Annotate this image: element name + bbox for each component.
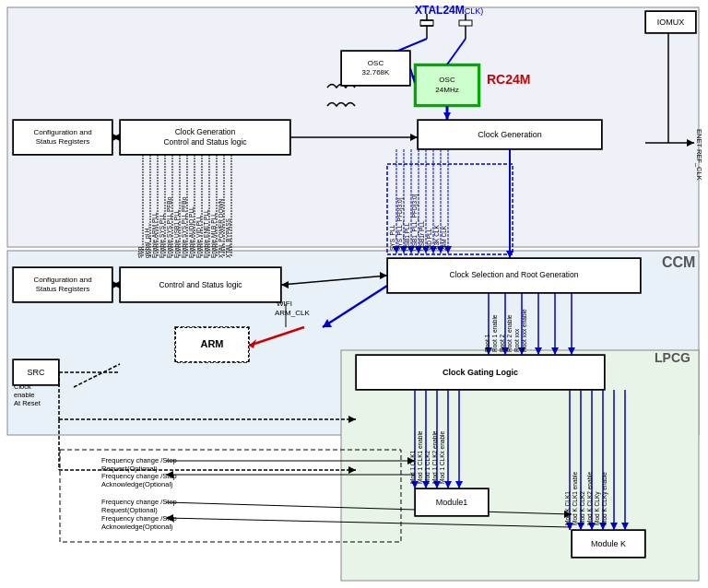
- freq-stop2-ack-label: Frequency change /StopAcknowledge(Option…: [101, 514, 177, 531]
- rc24m-label: RC24M: [487, 72, 530, 87]
- svg-line-127: [166, 518, 572, 527]
- svg-marker-41: [380, 272, 387, 279]
- clock-selection-label: Clock Selection and Root Generation: [450, 270, 579, 280]
- modk-signal-labels: Mod K CLK1 Mod K CLK1 enable Mod K CLK2 …: [564, 392, 608, 525]
- clock-selection-box: Clock Selection and Root Generation: [387, 258, 641, 293]
- ccm-label: CCM: [662, 254, 695, 271]
- root-signal-labels: Root 1 Root 1 enable Root 2 Root 2 enabl…: [484, 297, 527, 352]
- svg-marker-86: [535, 347, 542, 355]
- pll-signal-labels: stop global_pl H... Enable ARM PLL Enabl…: [136, 157, 231, 258]
- wifi-label: WIFI: [277, 300, 292, 308]
- svg-marker-116: [348, 466, 356, 474]
- clock-gating-label: Clock Gating Logic: [442, 368, 518, 378]
- arm-box: ARM: [175, 327, 249, 362]
- svg-marker-37: [112, 281, 120, 288]
- svg-marker-97: [444, 481, 452, 488]
- svg-line-74: [323, 286, 387, 327]
- svg-line-118: [74, 364, 120, 387]
- mod1-signal-labels: Mod 1 CLK1 Mod 1 CLK1 enable Mod 1 CLK2 …: [409, 392, 445, 484]
- svg-marker-36: [112, 281, 120, 288]
- svg-marker-120: [687, 139, 694, 147]
- rc24m-text: RC24M: [487, 72, 530, 87]
- svg-rect-19: [420, 20, 433, 26]
- enet-ref-clk-label: ENET REF_CLK: [695, 129, 703, 181]
- osc-32-label: OSC32.768K: [362, 59, 390, 78]
- svg-line-25: [447, 39, 466, 65]
- osc-32-box: OSC32.768K: [341, 51, 410, 86]
- clock-generation-box: Clock Generation: [418, 120, 602, 149]
- svg-marker-73: [249, 339, 256, 348]
- svg-line-40: [281, 276, 387, 285]
- iomux-label: IOMUX: [657, 18, 685, 28]
- svg-marker-34: [112, 134, 120, 141]
- src-label: SRC: [27, 368, 44, 378]
- svg-rect-23: [459, 20, 472, 26]
- svg-line-72: [249, 327, 304, 346]
- clock-output-labels: SYS_PLL SYS_PLL_PFD[3:0] USB1 PLL USB1_P…: [389, 168, 447, 251]
- xtal24m-text: XTAL24M: [415, 4, 465, 17]
- svg-line-126: [166, 502, 572, 514]
- config-reg1-box: Configuration andStatus Registers: [13, 120, 112, 155]
- control-status-label: Control and Status logic: [159, 280, 242, 289]
- clock-gen-control-box: Clock GenerationControl and Status logic: [120, 120, 290, 155]
- arm-clk-label: ARM_CLK: [275, 309, 310, 317]
- modulek-label: Module K: [591, 539, 626, 549]
- svg-marker-109: [610, 523, 618, 530]
- clock-gen-control-label: Clock GenerationControl and Status logic: [163, 127, 246, 147]
- svg-marker-88: [568, 347, 575, 355]
- svg-marker-31: [410, 134, 418, 141]
- config-reg1-label: Configuration andStatus Registers: [33, 128, 91, 147]
- osc-24-label: OSC24MHz: [435, 76, 458, 95]
- xtal24m-label: XTAL24MCLK): [415, 4, 483, 17]
- modulek-box: Module K: [572, 530, 645, 558]
- freq-stop1-ack-label: Frequency change /StopAcknowledge(Option…: [101, 472, 177, 488]
- diagram-container: IOMUX XTAL24MCLK) RC24M OSC32.768K OSC24…: [0, 0, 708, 588]
- clock-gating-box: Clock Gating Logic: [356, 355, 605, 390]
- lpcg-label: LPCG: [655, 350, 690, 365]
- svg-marker-39: [506, 251, 513, 258]
- svg-marker-98: [455, 481, 463, 488]
- svg-marker-110: [621, 523, 629, 530]
- control-status-box: Control and Status logic: [120, 267, 281, 302]
- src-box: SRC: [13, 359, 59, 385]
- svg-marker-75: [323, 319, 332, 327]
- freq-stop1-req-label: Frequency change /StopRequest(Optional): [101, 456, 177, 473]
- module1-box: Module1: [415, 488, 489, 516]
- config-reg2-label: Configuration andStatus Registers: [33, 276, 91, 295]
- freq-stop2-req-label: Frequency change /StopRequest(Optional): [101, 498, 177, 514]
- svg-marker-33: [112, 134, 120, 141]
- iomux-box: IOMUX: [645, 11, 696, 33]
- config-reg2-box: Configuration andStatus Registers: [13, 267, 112, 302]
- clock-generation-label: Clock Generation: [478, 130, 542, 140]
- svg-marker-29: [443, 112, 451, 120]
- clock-enable-label: ClockenableAt Reset: [14, 382, 41, 407]
- arm-label: ARM: [200, 338, 223, 350]
- svg-marker-42: [281, 281, 289, 288]
- svg-marker-117: [348, 416, 356, 423]
- module1-label: Module1: [436, 498, 468, 508]
- svg-marker-87: [551, 347, 559, 355]
- osc-24-box: OSC24MHz: [415, 65, 479, 106]
